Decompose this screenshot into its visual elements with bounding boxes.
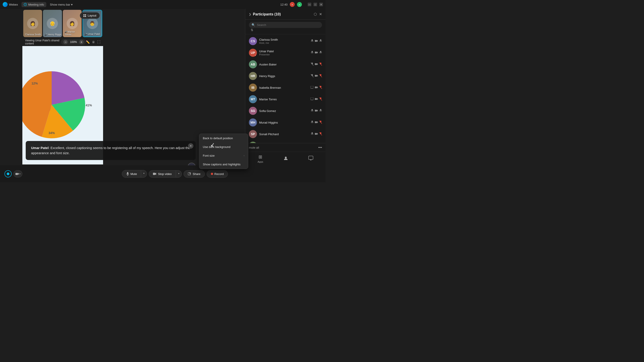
audio-muted-icon-isabella bbox=[319, 86, 322, 90]
share-btn[interactable]: Share bbox=[184, 170, 205, 178]
avatar-henry: HR bbox=[249, 72, 257, 80]
title-bar-right: 12:40 ● ● — □ ✕ bbox=[280, 2, 323, 7]
caption-content: : Excellent, closed captioning seems to … bbox=[31, 146, 190, 155]
context-menu-item-font-size[interactable]: Font size › bbox=[199, 151, 248, 160]
context-menu: Back to default position Use dark backgr… bbox=[199, 134, 248, 169]
zoom-out-btn[interactable]: − bbox=[63, 40, 68, 44]
audio-icon-clarissa bbox=[319, 39, 322, 43]
avatar-sofia: SG bbox=[249, 107, 257, 115]
participant-item-austen[interactable]: AB Austen Baker bbox=[245, 58, 326, 70]
thumbnail-clarissa[interactable]: 👩 Clarissa Smith bbox=[23, 10, 42, 37]
mic-icon-umar bbox=[311, 51, 314, 55]
zoom-in-btn[interactable]: + bbox=[79, 40, 84, 44]
minimize-btn[interactable]: — bbox=[308, 3, 311, 6]
show-menu-btn[interactable]: Show menu bar ▾ bbox=[50, 3, 73, 6]
participants-chevron[interactable]: ❯ bbox=[249, 13, 251, 16]
annotate-icon[interactable]: ✏️ bbox=[86, 40, 90, 44]
chat-footer-btn[interactable] bbox=[308, 156, 313, 162]
chevron-right-icon: › bbox=[244, 154, 244, 157]
participant-item-isabella[interactable]: IB Isabella Brennan bbox=[245, 82, 326, 93]
participant-icons-sonali bbox=[311, 132, 322, 136]
svg-rect-48 bbox=[315, 133, 317, 135]
mute-chevron-btn[interactable]: ▾ bbox=[141, 170, 147, 178]
participant-item-marise[interactable]: MT Marise Torres bbox=[245, 93, 326, 105]
fullscreen-icon[interactable]: ⛶ bbox=[97, 40, 100, 44]
close-btn[interactable]: ✕ bbox=[319, 3, 323, 6]
participant-icons-umar bbox=[311, 51, 322, 55]
participant-info-sonali: Sonali Pitchard bbox=[259, 132, 308, 136]
stop-video-chevron-btn[interactable]: ▾ bbox=[176, 170, 182, 178]
context-menu-item-show-captions[interactable]: Show captions and highlights bbox=[199, 160, 248, 169]
presenter-badge: ▶ bbox=[255, 54, 257, 57]
mic-icon-sonali bbox=[311, 132, 314, 136]
screen-share-icon[interactable]: 🖥 bbox=[92, 40, 95, 44]
participant-item-matthew[interactable]: MB Matthew Baker bbox=[245, 140, 326, 143]
avatar-clarissa: CS bbox=[249, 37, 257, 45]
viewing-bar: Viewing Umar Patel's shared content − 10… bbox=[22, 38, 103, 46]
thumbnail-name-clarissa: Clarissa Smith bbox=[25, 33, 41, 36]
layout-btn[interactable]: Layout bbox=[80, 12, 100, 19]
participant-list: CS Clarissa Smith Host, me UP bbox=[245, 34, 326, 143]
participant-item-henry[interactable]: HR Henry Riggs bbox=[245, 70, 326, 82]
participant-item-clarissa[interactable]: CS Clarissa Smith Host, me bbox=[245, 35, 326, 47]
avatar-marise: MT bbox=[249, 95, 257, 103]
participant-item-sonali[interactable]: SP Sonali Pitchard bbox=[245, 128, 326, 140]
person-henry: 👴 bbox=[47, 18, 58, 29]
participant-item-sofia[interactable]: SG Sofia Gomez bbox=[245, 105, 326, 117]
participant-icons-murad bbox=[311, 121, 322, 124]
sidebar-bottom-more-btn[interactable]: ••• bbox=[318, 145, 322, 149]
caption-text: Umar Patel: Excellent, closed captioning… bbox=[31, 145, 190, 156]
participant-info-austen: Austen Baker bbox=[259, 63, 308, 66]
stop-video-btn[interactable]: Stop video bbox=[149, 170, 176, 178]
audio-muted-icon-austen bbox=[319, 62, 322, 66]
thumbnail-name-umar: 🎤Umar Patel bbox=[85, 33, 100, 35]
meeting-info-btn[interactable]: Meeting info bbox=[22, 2, 46, 7]
participant-item-umar[interactable]: UP ▶ Umar Patel Presenter bbox=[245, 47, 326, 58]
caption-close-btn[interactable]: ✕ bbox=[188, 143, 194, 149]
video-icon-sonali bbox=[315, 132, 318, 136]
avatar-murad: MH bbox=[249, 118, 257, 126]
chat-icon bbox=[308, 156, 313, 162]
sidebar-title-text: Participants bbox=[253, 12, 274, 16]
participant-item-murad[interactable]: MH Murad Higgins bbox=[245, 117, 326, 128]
sort-btn[interactable]: ⇅ bbox=[251, 28, 253, 32]
mute-btn[interactable]: Mute bbox=[122, 170, 141, 178]
popout-icon[interactable]: ⬡ bbox=[314, 12, 317, 16]
svg-rect-30 bbox=[310, 86, 314, 88]
video-icon-isabella bbox=[315, 86, 318, 89]
apps-icon: ⊞ bbox=[258, 154, 262, 160]
bottom-toolbar: ▾ Mute ▾ Stop vid bbox=[0, 165, 326, 182]
context-item-label-font: Font size bbox=[203, 154, 215, 157]
sidebar-close-btn[interactable]: ✕ bbox=[319, 12, 322, 16]
toolbar-center: Mute ▾ Stop video ▾ Share bbox=[28, 170, 321, 178]
context-menu-item-back-default[interactable]: Back to default position bbox=[199, 134, 248, 143]
window-controls: — □ ✕ bbox=[308, 3, 323, 6]
avatar-austen: AB bbox=[249, 60, 257, 68]
thumbnail-henry[interactable]: 👴 🎤Henry Riggs bbox=[43, 10, 62, 37]
person-umar: 👨 bbox=[87, 18, 98, 29]
apps-btn[interactable]: ⊞ Apps bbox=[258, 154, 263, 163]
svg-rect-44 bbox=[315, 121, 317, 123]
participants-footer-btn[interactable] bbox=[283, 156, 288, 162]
view-icons: ✏️ 🖥 ⛶ bbox=[86, 40, 100, 44]
chevron-camera: ▾ bbox=[20, 173, 20, 175]
participant-icons-isabella bbox=[310, 86, 322, 90]
context-menu-item-dark-bg[interactable]: Use dark background bbox=[199, 143, 248, 151]
participant-icons-austen bbox=[311, 62, 322, 66]
stop-video-label: Stop video bbox=[158, 172, 172, 176]
maximize-btn[interactable]: □ bbox=[314, 3, 317, 6]
search-input[interactable] bbox=[257, 23, 319, 26]
caption-speaker: Umar Patel bbox=[31, 146, 48, 150]
sidebar-bottom: mute all ••• bbox=[245, 143, 326, 152]
svg-rect-41 bbox=[315, 110, 317, 111]
video-icon-umar bbox=[315, 51, 318, 54]
thumbnail-marise[interactable]: 👩 🎤Marise Torres bbox=[63, 10, 82, 37]
avatar-umar: UP ▶ bbox=[249, 49, 257, 57]
thumbnail-name-henry: 🎤Henry Riggs bbox=[45, 33, 61, 36]
mute-all-btn[interactable]: mute all bbox=[249, 146, 259, 149]
participant-name-henry: Henry Riggs bbox=[259, 74, 308, 78]
record-btn[interactable]: Record bbox=[206, 170, 228, 178]
svg-rect-5 bbox=[85, 14, 86, 15]
svg-rect-14 bbox=[312, 39, 313, 41]
camera-indicator-btn[interactable]: ▾ bbox=[14, 170, 22, 177]
